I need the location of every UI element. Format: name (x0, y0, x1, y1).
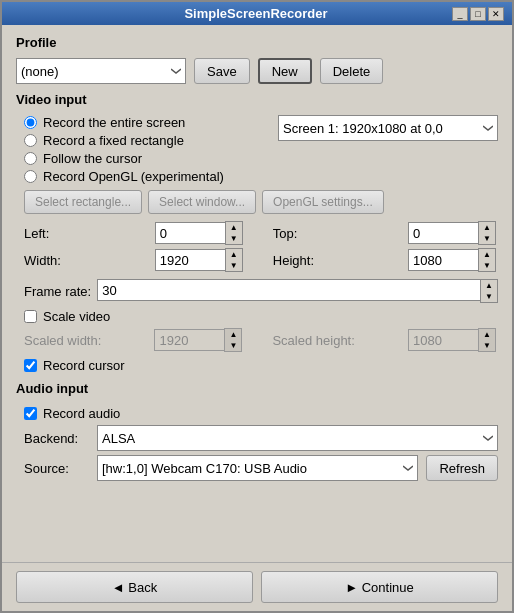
scale-video-label: Scale video (43, 309, 110, 324)
select-rectangle-button[interactable]: Select rectangle... (24, 190, 142, 214)
frame-rate-spin-up[interactable]: ▲ (481, 280, 497, 291)
left-label: Left: (24, 226, 151, 241)
top-input[interactable] (408, 222, 478, 244)
height-spin-down[interactable]: ▼ (479, 260, 495, 271)
frame-rate-spin-down[interactable]: ▼ (481, 291, 497, 302)
backend-row: Backend: ALSA (24, 425, 498, 451)
continue-button[interactable]: ► Continue (261, 571, 498, 603)
audio-input-section: Audio input Record audio Backend: ALSA S… (16, 381, 498, 481)
refresh-button[interactable]: Refresh (426, 455, 498, 481)
radio-follow-cursor-input[interactable] (24, 152, 37, 165)
save-button[interactable]: Save (194, 58, 250, 84)
source-select[interactable]: [hw:1,0] Webcam C170: USB Audio (97, 455, 418, 481)
scaled-height-label: Scaled height: (272, 333, 404, 348)
main-window: SimpleScreenRecorder _ □ ✕ Profile (none… (0, 0, 514, 613)
record-cursor-checkbox[interactable] (24, 359, 37, 372)
select-window-button[interactable]: Select window... (148, 190, 256, 214)
profile-section: Profile (none) Save New Delete (16, 35, 498, 84)
opengl-settings-button[interactable]: OpenGL settings... (262, 190, 384, 214)
profile-select[interactable]: (none) (16, 58, 186, 84)
maximize-button[interactable]: □ (470, 7, 486, 21)
scaled-height-input[interactable] (408, 329, 478, 351)
new-button[interactable]: New (258, 58, 312, 84)
radio-group: Record the entire screen Record a fixed … (24, 115, 224, 184)
top-spin: ▲ ▼ (408, 221, 498, 245)
width-spin: ▲ ▼ (155, 248, 245, 272)
scaled-width-label: Scaled width: (24, 333, 150, 348)
scaled-width-spin-btns: ▲ ▼ (224, 328, 242, 352)
titlebar: SimpleScreenRecorder _ □ ✕ (2, 2, 512, 25)
scaled-height-spin: ▲ ▼ (408, 328, 498, 352)
height-spin-up[interactable]: ▲ (479, 249, 495, 260)
minimize-button[interactable]: _ (452, 7, 468, 21)
content-area: Profile (none) Save New Delete Video inp… (2, 25, 512, 562)
video-input-section: Video input Record the entire screen Rec… (16, 92, 498, 373)
back-button[interactable]: ◄ Back (16, 571, 253, 603)
video-input-title: Video input (16, 92, 498, 107)
scaled-height-spin-btns: ▲ ▼ (478, 328, 496, 352)
radio-follow-cursor: Follow the cursor (24, 151, 224, 166)
screen-select-wrapper: Screen 1: 1920x1080 at 0,0 (278, 115, 498, 141)
record-cursor-label: Record cursor (43, 358, 125, 373)
radio-follow-cursor-label: Follow the cursor (43, 151, 142, 166)
left-spin: ▲ ▼ (155, 221, 245, 245)
window-title: SimpleScreenRecorder (60, 6, 452, 21)
scaled-height-spin-up[interactable]: ▲ (479, 329, 495, 340)
delete-button[interactable]: Delete (320, 58, 384, 84)
scaled-width-spin-up[interactable]: ▲ (225, 329, 241, 340)
height-spin-btns: ▲ ▼ (478, 248, 496, 272)
source-row: Source: [hw:1,0] Webcam C170: USB Audio … (24, 455, 498, 481)
left-spin-btns: ▲ ▼ (225, 221, 243, 245)
top-spin-down[interactable]: ▼ (479, 233, 495, 244)
left-spin-up[interactable]: ▲ (226, 222, 242, 233)
frame-rate-input[interactable] (97, 279, 480, 301)
radio-opengl-input[interactable] (24, 170, 37, 183)
record-audio-checkbox[interactable] (24, 407, 37, 420)
height-label: Height: (273, 253, 404, 268)
top-label: Top: (273, 226, 404, 241)
audio-section: Record audio Backend: ALSA Source: [hw:1… (16, 404, 498, 481)
screen-select[interactable]: Screen 1: 1920x1080 at 0,0 (278, 115, 498, 141)
rect-btn-row: Select rectangle... Select window... Ope… (16, 190, 498, 214)
scaled-width-input[interactable] (154, 329, 224, 351)
left-input[interactable] (155, 222, 225, 244)
width-label: Width: (24, 253, 151, 268)
top-spin-up[interactable]: ▲ (479, 222, 495, 233)
dimensions-grid: Left: ▲ ▼ Top: ▲ ▼ Width (16, 221, 498, 272)
frame-rate-label: Frame rate: (24, 284, 91, 299)
record-audio-label: Record audio (43, 406, 120, 421)
profile-title: Profile (16, 35, 498, 50)
scaled-height-spin-down[interactable]: ▼ (479, 340, 495, 351)
radio-fixed-rect: Record a fixed rectangle (24, 133, 224, 148)
video-top-row: Record the entire screen Record a fixed … (16, 115, 498, 184)
left-spin-down[interactable]: ▼ (226, 233, 242, 244)
close-button[interactable]: ✕ (488, 7, 504, 21)
radio-entire-screen: Record the entire screen (24, 115, 224, 130)
record-audio-row: Record audio (24, 406, 498, 421)
radio-opengl-label: Record OpenGL (experimental) (43, 169, 224, 184)
backend-select[interactable]: ALSA (97, 425, 498, 451)
scaled-width-spin-down[interactable]: ▼ (225, 340, 241, 351)
backend-label: Backend: (24, 431, 89, 446)
frame-rate-spin-btns: ▲ ▼ (480, 279, 498, 303)
radio-entire-screen-label: Record the entire screen (43, 115, 185, 130)
record-cursor-row: Record cursor (16, 358, 498, 373)
frame-rate-spin: ▲ ▼ (97, 279, 498, 303)
source-label: Source: (24, 461, 89, 476)
width-spin-down[interactable]: ▼ (226, 260, 242, 271)
width-spin-btns: ▲ ▼ (225, 248, 243, 272)
audio-input-title: Audio input (16, 381, 498, 396)
top-spin-btns: ▲ ▼ (478, 221, 496, 245)
width-spin-up[interactable]: ▲ (226, 249, 242, 260)
scale-video-row: Scale video (16, 309, 498, 324)
radio-fixed-rect-input[interactable] (24, 134, 37, 147)
height-spin: ▲ ▼ (408, 248, 498, 272)
scaled-dims-grid: Scaled width: ▲ ▼ Scaled height: ▲ ▼ (16, 328, 498, 352)
scale-video-checkbox[interactable] (24, 310, 37, 323)
width-input[interactable] (155, 249, 225, 271)
height-input[interactable] (408, 249, 478, 271)
window-controls: _ □ ✕ (452, 7, 504, 21)
scaled-width-spin: ▲ ▼ (154, 328, 244, 352)
radio-entire-screen-input[interactable] (24, 116, 37, 129)
radio-fixed-rect-label: Record a fixed rectangle (43, 133, 184, 148)
